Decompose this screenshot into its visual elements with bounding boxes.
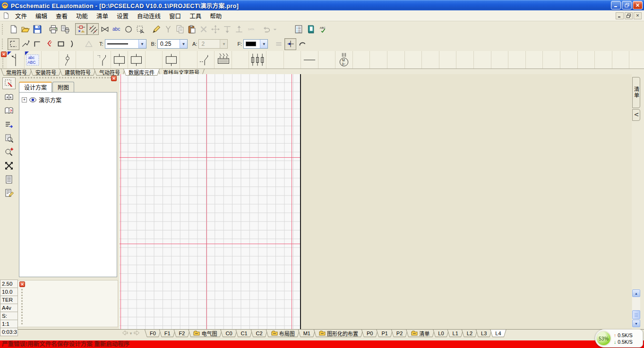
page-tab-L3[interactable]: L3: [476, 330, 492, 337]
symbol-cell-sym-lamp[interactable]: [59, 51, 77, 68]
page-tab-清单[interactable]: 清单: [406, 330, 435, 337]
arc-small-button[interactable]: [296, 38, 308, 50]
text-button[interactable]: abc: [111, 23, 122, 35]
symbol-cell-sym-coil[interactable]: [111, 51, 129, 68]
spellcheck-button[interactable]: ABC: [316, 23, 331, 35]
symbol-cell-sym-motor[interactable]: M3~: [335, 51, 353, 68]
close-message-panel-button[interactable]: ✕: [19, 281, 25, 287]
panel-tab-设计方案[interactable]: 设计方案: [19, 82, 52, 92]
menu-1[interactable]: 文件: [11, 10, 31, 22]
net-list-button[interactable]: [2, 119, 16, 130]
scrollbar-thumb[interactable]: [632, 310, 640, 319]
toolbar-grip[interactable]: [2, 39, 6, 49]
component-catalog-button[interactable]: [304, 23, 316, 35]
page-tab-F1[interactable]: F1: [159, 330, 176, 337]
help-book-button[interactable]: ?: [2, 105, 16, 117]
print-page-button[interactable]: [59, 23, 71, 35]
panel-drag-handle[interactable]: [21, 289, 23, 324]
tree-item-project[interactable]: + 演示方案: [19, 93, 117, 107]
schematic-page[interactable]: [120, 74, 300, 329]
mdi-close-button[interactable]: ✕: [634, 12, 642, 19]
page-tab-L1[interactable]: L1: [447, 330, 464, 337]
close-panel-button[interactable]: ✕: [111, 76, 117, 81]
panel-tab-v[interactable]: V: [632, 109, 640, 121]
menu-5[interactable]: 清单: [92, 10, 112, 22]
doc-edit-button[interactable]: [2, 187, 16, 199]
paste-button[interactable]: [186, 23, 197, 35]
page-tab-P0[interactable]: P0: [361, 330, 378, 337]
panel-tab-附图[interactable]: 附图: [52, 82, 74, 92]
page-tab-F2[interactable]: F2: [174, 330, 190, 337]
area-button[interactable]: [134, 23, 146, 35]
menu-6[interactable]: 设置: [112, 10, 133, 22]
symbol-cell-sym-line[interactable]: [301, 51, 318, 68]
symbol-cell-sym-terminal[interactable]: [7, 51, 25, 68]
network-monitor-widget[interactable]: 53% ↑0.5K/S ↓0.5K/S: [595, 329, 643, 348]
expand-icon[interactable]: +: [22, 97, 27, 102]
symbol-tab-常用符号[interactable]: 常用符号: [1, 69, 32, 76]
linetype-select[interactable]: ▼: [105, 39, 146, 49]
menu-7[interactable]: 自动连线: [133, 10, 165, 22]
close-button[interactable]: ✕: [633, 1, 643, 9]
close-palette-button[interactable]: ✕: [1, 51, 7, 57]
page-tab-电气图[interactable]: 电气图: [188, 330, 222, 337]
page-tab-L4[interactable]: L4: [490, 330, 506, 337]
mdi-restore-button[interactable]: [625, 12, 633, 19]
doc-list-button[interactable]: [2, 173, 16, 185]
zoom-page-button[interactable]: [2, 132, 16, 144]
line-mode-button[interactable]: [87, 23, 99, 35]
junction-button[interactable]: [284, 38, 296, 50]
page-tab-M1[interactable]: M1: [298, 330, 316, 337]
linewidth-select[interactable]: 0.25 ▼: [157, 39, 188, 49]
rectangle-button[interactable]: [55, 38, 67, 50]
page-tab-C1[interactable]: C1: [236, 330, 253, 337]
restore-button[interactable]: [622, 1, 632, 9]
next-page-icon[interactable]: [133, 330, 140, 337]
s-curve-button[interactable]: [43, 38, 55, 50]
drawing-canvas[interactable]: [120, 74, 632, 329]
symbol-tab-建筑物符号[interactable]: 建筑物符号: [60, 69, 96, 76]
open-button[interactable]: [19, 23, 31, 35]
menu-2[interactable]: 编辑: [31, 10, 52, 22]
symbol-cell-sym-fuse[interactable]: [249, 51, 266, 68]
page-tab-图形化的布置[interactable]: 图形化的布置: [314, 330, 363, 337]
symbol-cell-sym-coil[interactable]: [163, 51, 180, 68]
menu-3[interactable]: 查看: [52, 10, 72, 22]
polyline-button[interactable]: [19, 38, 31, 50]
page-tab-C2[interactable]: C2: [251, 330, 268, 337]
symbol-menu-button[interactable]: [2, 77, 16, 89]
scroll-up-icon[interactable]: ▲: [632, 289, 640, 297]
panel-tab-list[interactable]: 清单: [632, 77, 640, 108]
minimize-button[interactable]: [611, 1, 621, 9]
prev-page-icon[interactable]: [122, 330, 129, 337]
print-button[interactable]: [47, 23, 59, 35]
page-browser-button[interactable]: [2, 91, 16, 103]
scrollbar-track[interactable]: [632, 297, 640, 320]
symbol-cell-sym-coil[interactable]: [128, 51, 146, 68]
scroll-down-icon[interactable]: ▼: [632, 320, 640, 327]
symbol-tab-安装符号[interactable]: 安装符号: [30, 69, 61, 76]
page-tab-L0[interactable]: L0: [433, 330, 449, 337]
circle-button[interactable]: [122, 23, 134, 35]
line-dashed-button[interactable]: [8, 38, 19, 50]
page-tab-P2[interactable]: P2: [391, 330, 408, 337]
pencil-button[interactable]: [150, 23, 162, 35]
object-lister-button[interactable]: [292, 23, 304, 35]
symbol-tab-数据库元件[interactable]: 数据库元件: [123, 69, 160, 76]
cross-arrows-button[interactable]: [2, 160, 16, 171]
symbol-cell-sym-text[interactable]: abcABC: [25, 51, 42, 68]
toolbar-grip[interactable]: [2, 24, 6, 34]
panel-drag-handle[interactable]: ✕: [20, 77, 111, 82]
corner-button[interactable]: [31, 38, 43, 50]
page-tab-P1[interactable]: P1: [376, 330, 393, 337]
conductor-button[interactable]: [99, 23, 111, 35]
symbol-cell-sym-contact2[interactable]: [197, 51, 215, 68]
palette-grip[interactable]: [2, 58, 3, 68]
new-button[interactable]: [8, 23, 19, 35]
menu-9[interactable]: 工具: [185, 10, 206, 22]
page-tab-F0[interactable]: F0: [145, 330, 161, 337]
symbol-mode-button[interactable]: [75, 23, 87, 35]
page-tab-布局图[interactable]: 布局图: [266, 330, 300, 337]
arc-button[interactable]: [67, 38, 78, 50]
menu-10[interactable]: 帮助: [206, 10, 226, 22]
